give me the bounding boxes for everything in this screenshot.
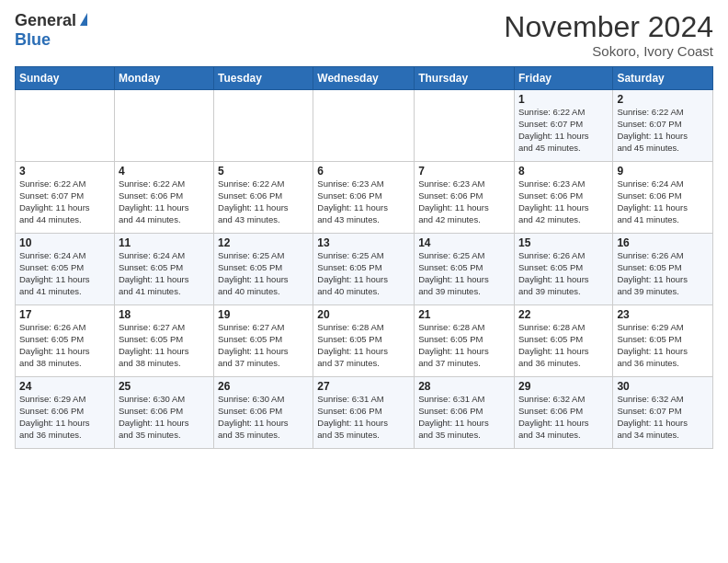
- weekday-sunday: Sunday: [16, 67, 115, 90]
- day-number: 11: [119, 236, 210, 249]
- day-info: Sunrise: 6:25 AM Sunset: 6:05 PM Dayligh…: [418, 250, 510, 297]
- logo-triangle-icon: [80, 13, 87, 26]
- day-number: 14: [418, 236, 510, 249]
- calendar-cell: 4Sunrise: 6:22 AM Sunset: 6:06 PM Daylig…: [114, 162, 213, 234]
- logo-blue-text: Blue: [15, 30, 51, 50]
- day-info: Sunrise: 6:23 AM Sunset: 6:06 PM Dayligh…: [418, 178, 510, 225]
- calendar-cell: 9Sunrise: 6:24 AM Sunset: 6:06 PM Daylig…: [613, 162, 713, 234]
- day-number: 7: [418, 165, 510, 178]
- day-info: Sunrise: 6:30 AM Sunset: 6:06 PM Dayligh…: [218, 394, 309, 441]
- calendar-cell: 20Sunrise: 6:28 AM Sunset: 6:05 PM Dayli…: [313, 305, 415, 377]
- weekday-header-row: SundayMondayTuesdayWednesdayThursdayFrid…: [16, 67, 713, 90]
- calendar-cell: 28Sunrise: 6:31 AM Sunset: 6:06 PM Dayli…: [415, 377, 515, 449]
- day-info: Sunrise: 6:31 AM Sunset: 6:06 PM Dayligh…: [418, 394, 510, 441]
- day-info: Sunrise: 6:22 AM Sunset: 6:07 PM Dayligh…: [518, 107, 609, 154]
- day-info: Sunrise: 6:24 AM Sunset: 6:06 PM Dayligh…: [617, 178, 709, 225]
- calendar-cell: 1Sunrise: 6:22 AM Sunset: 6:07 PM Daylig…: [514, 90, 612, 162]
- day-number: 10: [19, 236, 110, 249]
- day-info: Sunrise: 6:31 AM Sunset: 6:06 PM Dayligh…: [317, 394, 410, 441]
- week-row-1: 1Sunrise: 6:22 AM Sunset: 6:07 PM Daylig…: [16, 90, 713, 162]
- calendar-cell: 29Sunrise: 6:32 AM Sunset: 6:06 PM Dayli…: [514, 377, 612, 449]
- weekday-saturday: Saturday: [613, 67, 713, 90]
- calendar-cell: 15Sunrise: 6:26 AM Sunset: 6:05 PM Dayli…: [514, 234, 612, 305]
- month-title: November 2024: [504, 11, 713, 43]
- day-info: Sunrise: 6:26 AM Sunset: 6:05 PM Dayligh…: [617, 250, 709, 297]
- page-header: General Blue November 2024 Sokoro, Ivory…: [15, 11, 713, 59]
- weekday-wednesday: Wednesday: [313, 67, 415, 90]
- day-info: Sunrise: 6:26 AM Sunset: 6:05 PM Dayligh…: [518, 250, 609, 297]
- day-number: 22: [518, 308, 609, 321]
- calendar-cell: [214, 90, 313, 162]
- calendar-cell: 12Sunrise: 6:25 AM Sunset: 6:05 PM Dayli…: [214, 234, 313, 305]
- week-row-2: 3Sunrise: 6:22 AM Sunset: 6:07 PM Daylig…: [16, 162, 713, 234]
- day-number: 17: [19, 308, 110, 321]
- day-number: 15: [518, 236, 609, 249]
- calendar-cell: 17Sunrise: 6:26 AM Sunset: 6:05 PM Dayli…: [16, 305, 115, 377]
- day-number: 25: [119, 380, 210, 393]
- calendar-cell: 11Sunrise: 6:24 AM Sunset: 6:05 PM Dayli…: [114, 234, 213, 305]
- day-number: 5: [218, 165, 309, 178]
- day-number: 1: [518, 93, 609, 106]
- week-row-5: 24Sunrise: 6:29 AM Sunset: 6:06 PM Dayli…: [16, 377, 713, 449]
- calendar-cell: 25Sunrise: 6:30 AM Sunset: 6:06 PM Dayli…: [114, 377, 213, 449]
- calendar-table: SundayMondayTuesdayWednesdayThursdayFrid…: [15, 66, 713, 449]
- day-info: Sunrise: 6:22 AM Sunset: 6:06 PM Dayligh…: [218, 178, 309, 225]
- day-info: Sunrise: 6:23 AM Sunset: 6:06 PM Dayligh…: [518, 178, 609, 225]
- calendar-cell: 24Sunrise: 6:29 AM Sunset: 6:06 PM Dayli…: [16, 377, 115, 449]
- calendar-cell: 6Sunrise: 6:23 AM Sunset: 6:06 PM Daylig…: [313, 162, 415, 234]
- weekday-friday: Friday: [514, 67, 612, 90]
- week-row-4: 17Sunrise: 6:26 AM Sunset: 6:05 PM Dayli…: [16, 305, 713, 377]
- calendar-cell: 8Sunrise: 6:23 AM Sunset: 6:06 PM Daylig…: [514, 162, 612, 234]
- calendar-cell: [415, 90, 515, 162]
- day-number: 8: [518, 165, 609, 178]
- calendar-cell: [114, 90, 213, 162]
- day-number: 23: [617, 308, 709, 321]
- day-info: Sunrise: 6:25 AM Sunset: 6:05 PM Dayligh…: [218, 250, 309, 297]
- day-info: Sunrise: 6:29 AM Sunset: 6:06 PM Dayligh…: [19, 394, 110, 441]
- day-info: Sunrise: 6:23 AM Sunset: 6:06 PM Dayligh…: [317, 178, 410, 225]
- calendar-cell: 26Sunrise: 6:30 AM Sunset: 6:06 PM Dayli…: [214, 377, 313, 449]
- day-number: 4: [119, 165, 210, 178]
- calendar-cell: 14Sunrise: 6:25 AM Sunset: 6:05 PM Dayli…: [415, 234, 515, 305]
- day-number: 29: [518, 380, 609, 393]
- day-number: 13: [317, 236, 410, 249]
- day-info: Sunrise: 6:32 AM Sunset: 6:06 PM Dayligh…: [518, 394, 609, 441]
- day-info: Sunrise: 6:32 AM Sunset: 6:07 PM Dayligh…: [617, 394, 709, 441]
- day-number: 2: [617, 93, 709, 106]
- calendar-cell: 27Sunrise: 6:31 AM Sunset: 6:06 PM Dayli…: [313, 377, 415, 449]
- day-number: 6: [317, 165, 410, 178]
- day-number: 12: [218, 236, 309, 249]
- day-info: Sunrise: 6:28 AM Sunset: 6:05 PM Dayligh…: [418, 322, 510, 369]
- day-number: 20: [317, 308, 410, 321]
- day-number: 3: [19, 165, 110, 178]
- calendar-cell: 19Sunrise: 6:27 AM Sunset: 6:05 PM Dayli…: [214, 305, 313, 377]
- day-number: 30: [617, 380, 709, 393]
- calendar-cell: 2Sunrise: 6:22 AM Sunset: 6:07 PM Daylig…: [613, 90, 713, 162]
- logo-general-text: General: [15, 11, 76, 30]
- day-number: 27: [317, 380, 410, 393]
- calendar-cell: 21Sunrise: 6:28 AM Sunset: 6:05 PM Dayli…: [415, 305, 515, 377]
- day-info: Sunrise: 6:30 AM Sunset: 6:06 PM Dayligh…: [119, 394, 210, 441]
- day-number: 18: [119, 308, 210, 321]
- week-row-3: 10Sunrise: 6:24 AM Sunset: 6:05 PM Dayli…: [16, 234, 713, 305]
- day-info: Sunrise: 6:22 AM Sunset: 6:07 PM Dayligh…: [19, 178, 110, 225]
- day-info: Sunrise: 6:28 AM Sunset: 6:05 PM Dayligh…: [317, 322, 410, 369]
- weekday-thursday: Thursday: [415, 67, 515, 90]
- calendar-cell: 7Sunrise: 6:23 AM Sunset: 6:06 PM Daylig…: [415, 162, 515, 234]
- day-number: 9: [617, 165, 709, 178]
- weekday-tuesday: Tuesday: [214, 67, 313, 90]
- day-info: Sunrise: 6:29 AM Sunset: 6:05 PM Dayligh…: [617, 322, 709, 369]
- day-info: Sunrise: 6:24 AM Sunset: 6:05 PM Dayligh…: [19, 250, 110, 297]
- day-number: 16: [617, 236, 709, 249]
- day-info: Sunrise: 6:27 AM Sunset: 6:05 PM Dayligh…: [218, 322, 309, 369]
- calendar-cell: 3Sunrise: 6:22 AM Sunset: 6:07 PM Daylig…: [16, 162, 115, 234]
- day-info: Sunrise: 6:22 AM Sunset: 6:06 PM Dayligh…: [119, 178, 210, 225]
- calendar-cell: 16Sunrise: 6:26 AM Sunset: 6:05 PM Dayli…: [613, 234, 713, 305]
- calendar-cell: 22Sunrise: 6:28 AM Sunset: 6:05 PM Dayli…: [514, 305, 612, 377]
- location-subtitle: Sokoro, Ivory Coast: [504, 43, 713, 59]
- calendar-cell: 18Sunrise: 6:27 AM Sunset: 6:05 PM Dayli…: [114, 305, 213, 377]
- logo: General Blue: [15, 11, 87, 50]
- day-info: Sunrise: 6:27 AM Sunset: 6:05 PM Dayligh…: [119, 322, 210, 369]
- day-number: 24: [19, 380, 110, 393]
- day-number: 19: [218, 308, 309, 321]
